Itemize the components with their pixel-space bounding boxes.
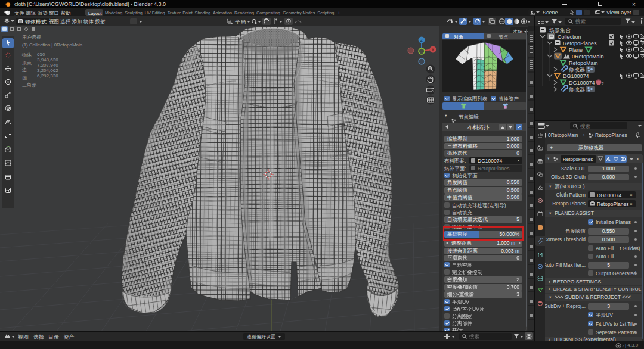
svg-text:Collection: Collection [558,34,581,40]
svg-text:DG100074: DG100074 [563,73,589,79]
svg-text:Plane: Plane [569,47,583,53]
svg-text:0RetopoMain: 0RetopoMain [572,54,604,60]
svg-text:RetopoMain: RetopoMain [569,60,598,66]
svg-text:修改器: 修改器 [569,67,585,73]
svg-text:2: 2 [602,82,604,86]
svg-text:场景集合: 场景集合 [549,27,571,33]
svg-text:修改器: 修改器 [569,86,585,92]
svg-text:DG100074: DG100074 [569,80,595,86]
svg-text:X: X [432,48,435,52]
svg-text:RetopoPlanes: RetopoPlanes [563,40,597,46]
svg-text:Z: Z [420,38,423,42]
